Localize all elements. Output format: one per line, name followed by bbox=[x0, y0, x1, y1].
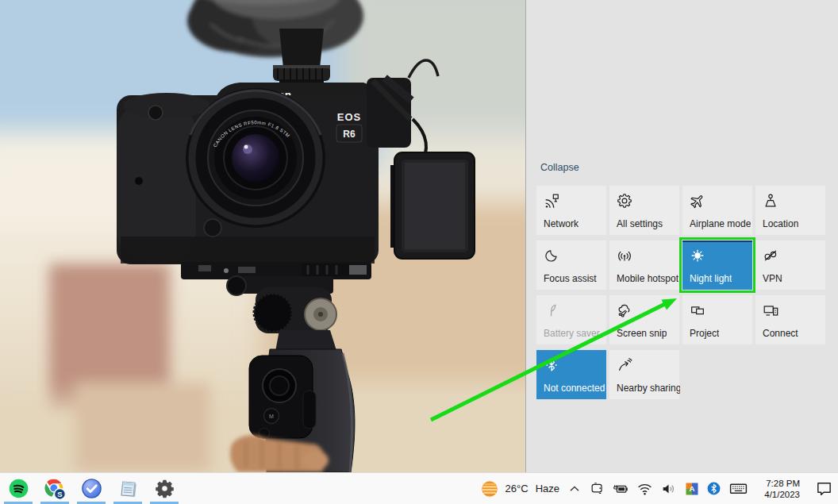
quick-action-label: Focus assist bbox=[544, 273, 597, 284]
quick-action-label: Screen snip bbox=[617, 328, 667, 339]
quick-action-label: All settings bbox=[617, 218, 663, 229]
action-center-panel: Collapse Network All settings bbox=[525, 0, 838, 472]
weather-temperature: 26°C bbox=[505, 483, 529, 494]
weather-widget[interactable]: 26°C Haze bbox=[479, 479, 559, 499]
quick-action-label: Mobile hotspot bbox=[617, 273, 678, 284]
weather-text: 26°C Haze bbox=[505, 483, 559, 494]
camera-model-r6: R6 bbox=[343, 129, 356, 140]
check-circle-icon bbox=[81, 478, 102, 499]
quick-action-label: VPN bbox=[763, 273, 782, 284]
svg-text:A: A bbox=[689, 484, 694, 493]
clock-date: 4/1/2023 bbox=[755, 489, 800, 500]
bluetooth-tray-icon[interactable] bbox=[706, 481, 721, 496]
taskbar-pinned-apps: S bbox=[0, 473, 183, 504]
quick-action-night-light[interactable]: Night light bbox=[682, 240, 752, 290]
clock-time: 7:28 PM bbox=[755, 478, 800, 489]
svg-text:S: S bbox=[57, 490, 62, 498]
quick-action-focus-assist[interactable]: Focus assist bbox=[536, 240, 606, 290]
camera-illustration: Canon CANON LENS RF50mm F1.8 STM bbox=[0, 0, 525, 472]
camera-lens: CANON LENS RF50mm F1.8 STM bbox=[186, 88, 325, 228]
settings-gear-icon bbox=[616, 192, 633, 210]
language-input-icon[interactable]: A bbox=[685, 482, 699, 496]
battery-saver-icon bbox=[543, 302, 560, 319]
quick-action-network[interactable]: Network bbox=[536, 186, 606, 235]
bluetooth-icon bbox=[543, 356, 560, 374]
brightness-row bbox=[526, 413, 838, 448]
camera-flip-screen bbox=[390, 152, 475, 259]
touch-keyboard-icon[interactable] bbox=[728, 479, 748, 498]
location-icon bbox=[762, 192, 779, 210]
night-light-icon bbox=[689, 247, 706, 264]
taskbar: S bbox=[0, 472, 838, 504]
gear-icon bbox=[154, 478, 175, 499]
quick-action-label: Nearby sharing bbox=[617, 383, 680, 394]
quick-action-nearby-sharing[interactable]: Nearby sharing bbox=[609, 350, 679, 399]
hotspot-icon bbox=[616, 247, 633, 264]
taskbar-app-settings[interactable] bbox=[146, 473, 183, 504]
vpn-icon bbox=[762, 247, 779, 264]
quick-action-all-settings[interactable]: All settings bbox=[609, 186, 679, 235]
camera-model-eos: EOS bbox=[337, 111, 361, 123]
quick-actions-grid: Network All settings Airplane mode bbox=[536, 186, 825, 399]
volume-icon[interactable] bbox=[660, 480, 678, 498]
system-tray: 26°C Haze bbox=[479, 473, 833, 504]
chrome-icon: S bbox=[44, 478, 66, 500]
quick-action-label: Airplane mode bbox=[690, 218, 751, 229]
quick-action-label: Project bbox=[690, 328, 719, 339]
tablet-mode-icon[interactable] bbox=[590, 481, 605, 496]
collapse-link[interactable]: Collapse bbox=[540, 162, 579, 173]
quick-action-label: Battery saver bbox=[544, 328, 600, 339]
quick-action-airplane-mode[interactable]: Airplane mode bbox=[682, 186, 752, 235]
svg-text:M: M bbox=[269, 414, 274, 419]
wallpaper-photo: Canon CANON LENS RF50mm F1.8 STM bbox=[0, 0, 525, 472]
quick-action-battery-saver: Battery saver bbox=[536, 295, 606, 344]
screen-snip-icon bbox=[616, 302, 633, 319]
quick-action-bluetooth-not-connected[interactable]: Not connected bbox=[536, 350, 606, 399]
moon-icon bbox=[543, 247, 560, 264]
airplane-icon bbox=[689, 192, 706, 210]
quick-action-label: Night light bbox=[690, 273, 732, 284]
battery-charging-icon[interactable] bbox=[612, 480, 629, 498]
quick-action-label: Connect bbox=[763, 328, 798, 339]
project-icon bbox=[689, 302, 706, 319]
wifi-icon[interactable] bbox=[636, 480, 653, 497]
weather-condition: Haze bbox=[536, 483, 559, 494]
desktop-screen: Canon CANON LENS RF50mm F1.8 STM bbox=[0, 0, 838, 504]
quick-action-location[interactable]: Location bbox=[755, 186, 825, 235]
quick-action-vpn[interactable]: VPN bbox=[755, 240, 825, 290]
quick-action-connect[interactable]: Connect bbox=[755, 295, 825, 344]
taskbar-app-chrome[interactable]: S bbox=[37, 473, 73, 504]
connect-icon bbox=[762, 302, 779, 319]
quick-action-label: Network bbox=[544, 218, 579, 229]
taskbar-app-notepad[interactable] bbox=[110, 473, 146, 504]
taskbar-app-spotify[interactable] bbox=[0, 473, 37, 504]
quick-action-screen-snip[interactable]: Screen snip bbox=[609, 295, 679, 344]
quick-action-project[interactable]: Project bbox=[682, 295, 752, 344]
chevron-up-icon[interactable] bbox=[567, 481, 582, 497]
spotify-icon bbox=[8, 478, 29, 499]
quick-action-label: Not connected bbox=[544, 383, 605, 394]
nearby-sharing-icon bbox=[616, 356, 633, 374]
taskbar-app-check[interactable] bbox=[73, 473, 110, 504]
weather-haze-icon bbox=[479, 479, 500, 499]
network-icon bbox=[543, 192, 560, 210]
quick-action-mobile-hotspot[interactable]: Mobile hotspot bbox=[609, 240, 679, 290]
notepad-icon bbox=[117, 478, 139, 499]
taskbar-clock[interactable]: 7:28 PM 4/1/2023 bbox=[755, 478, 800, 500]
quick-action-label: Location bbox=[763, 218, 798, 229]
action-center-icon[interactable] bbox=[815, 479, 833, 498]
